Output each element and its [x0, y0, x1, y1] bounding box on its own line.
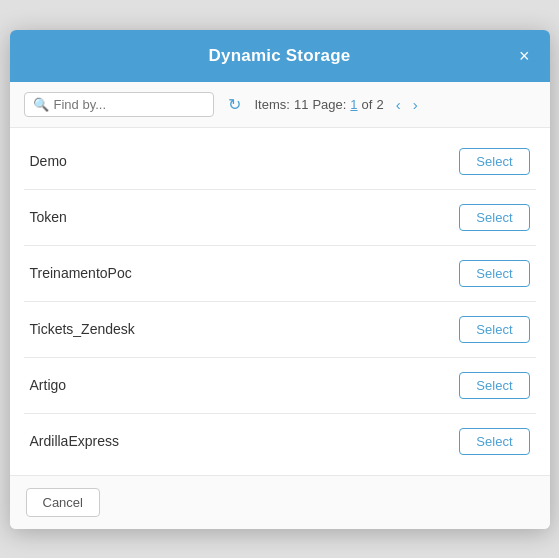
page-label: Page:: [312, 97, 346, 112]
table-row: ArdillaExpressSelect: [24, 414, 536, 469]
select-button[interactable]: Select: [459, 316, 529, 343]
item-name: ArdillaExpress: [30, 433, 119, 449]
modal-dialog: Dynamic Storage × 🔍 ↻ Items: 11 Page: 1 …: [10, 30, 550, 529]
items-label: Items:: [255, 97, 290, 112]
item-name: Demo: [30, 153, 67, 169]
select-button[interactable]: Select: [459, 428, 529, 455]
table-row: DemoSelect: [24, 134, 536, 190]
search-icon: 🔍: [33, 97, 49, 112]
table-row: ArtigoSelect: [24, 358, 536, 414]
pagination-info: Items: 11 Page: 1 of 2 ‹ ›: [255, 94, 422, 115]
search-input[interactable]: [54, 97, 205, 112]
of-label: of: [362, 97, 373, 112]
refresh-button[interactable]: ↻: [224, 93, 245, 116]
items-count: 11: [294, 97, 308, 112]
table-row: TokenSelect: [24, 190, 536, 246]
cancel-button[interactable]: Cancel: [26, 488, 100, 517]
modal-footer: Cancel: [10, 475, 550, 529]
table-row: Tickets_ZendeskSelect: [24, 302, 536, 358]
modal-header: Dynamic Storage ×: [10, 30, 550, 82]
item-name: Tickets_Zendesk: [30, 321, 135, 337]
select-button[interactable]: Select: [459, 204, 529, 231]
modal-title: Dynamic Storage: [209, 46, 351, 66]
toolbar: 🔍 ↻ Items: 11 Page: 1 of 2 ‹ ›: [10, 82, 550, 128]
item-name: TreinamentoPoc: [30, 265, 132, 281]
search-wrapper: 🔍: [24, 92, 214, 117]
modal-body: DemoSelectTokenSelectTreinamentoPocSelec…: [10, 128, 550, 475]
current-page[interactable]: 1: [350, 97, 357, 112]
table-row: TreinamentoPocSelect: [24, 246, 536, 302]
select-button[interactable]: Select: [459, 260, 529, 287]
total-pages: 2: [376, 97, 383, 112]
item-name: Artigo: [30, 377, 67, 393]
select-button[interactable]: Select: [459, 148, 529, 175]
select-button[interactable]: Select: [459, 372, 529, 399]
pagination-nav: ‹ ›: [392, 94, 422, 115]
prev-page-button[interactable]: ‹: [392, 94, 405, 115]
next-page-button[interactable]: ›: [409, 94, 422, 115]
item-name: Token: [30, 209, 67, 225]
close-button[interactable]: ×: [515, 45, 534, 67]
